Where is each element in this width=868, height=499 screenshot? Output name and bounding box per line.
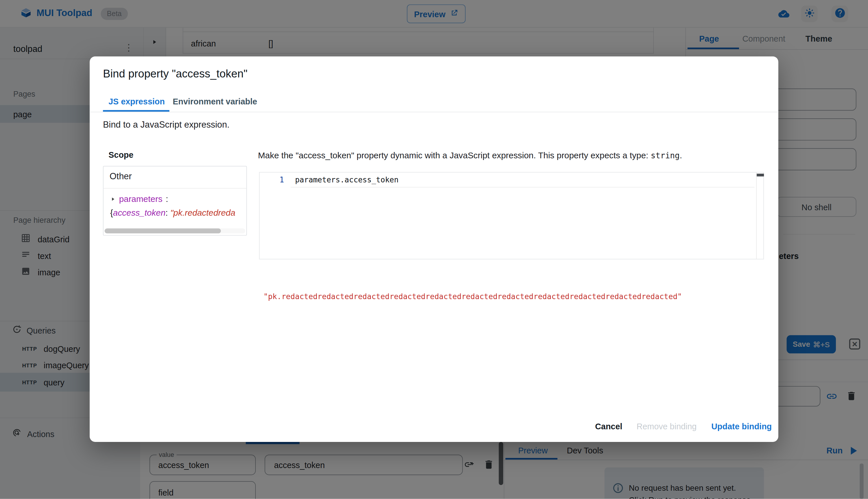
editor-scrollbar-thumb[interactable] — [757, 174, 764, 177]
editor-code: parameters.access_token — [295, 175, 399, 184]
tree-colon: : — [166, 194, 168, 204]
scope-tree-row-value[interactable]: {access_token: "pk.redactedreda — [110, 208, 235, 218]
tree-string-value: "pk.redactedreda — [170, 208, 235, 217]
tree-key: access_token — [113, 208, 166, 217]
dialog-subtitle: Bind to a JavaScript expression. — [103, 120, 230, 130]
description-period: . — [680, 150, 682, 160]
editor-line-number: 1 — [260, 175, 284, 184]
app-root: MUI Toolpad Beta Preview toolpad ⋮ Pag — [0, 0, 868, 499]
description-type: string — [651, 151, 680, 160]
divider — [104, 188, 247, 189]
expand-chevron-icon — [110, 194, 116, 204]
bind-property-dialog: Bind property "access_token" JS expressi… — [90, 57, 778, 442]
js-expression-editor[interactable]: 1 parameters.access_token — [259, 172, 764, 259]
tree-colon: : — [166, 208, 170, 217]
scope-tree-row-parameters[interactable]: parameters: — [110, 194, 168, 204]
horizontal-scrollbar-track — [105, 228, 245, 233]
scope-explorer: Other parameters: {access_token: "pk.red… — [103, 166, 247, 236]
dialog-title: Bind property "access_token" — [103, 68, 247, 80]
update-binding-button[interactable]: Update binding — [711, 422, 772, 431]
description-text: Make the "access_token" property dynamic… — [258, 150, 651, 160]
current-line-border — [290, 187, 754, 187]
scope-label: Scope — [108, 150, 133, 159]
editor-scrollbar-border — [756, 173, 757, 259]
tab-environment-variable[interactable]: Environment variable — [173, 97, 257, 106]
horizontal-scrollbar-thumb[interactable] — [105, 228, 221, 233]
remove-binding-button[interactable]: Remove binding — [637, 422, 697, 431]
tree-brace: { — [110, 208, 113, 217]
tab-js-expression[interactable]: JS expression — [108, 97, 165, 106]
expression-result-value: "pk.redactedredactedredactedredactedreda… — [263, 292, 682, 301]
tabs-divider — [90, 112, 778, 112]
tree-key: parameters — [119, 194, 163, 204]
binding-description: Make the "access_token" property dynamic… — [258, 150, 762, 161]
scope-group-label: Other — [110, 171, 132, 182]
cancel-button[interactable]: Cancel — [595, 422, 622, 431]
